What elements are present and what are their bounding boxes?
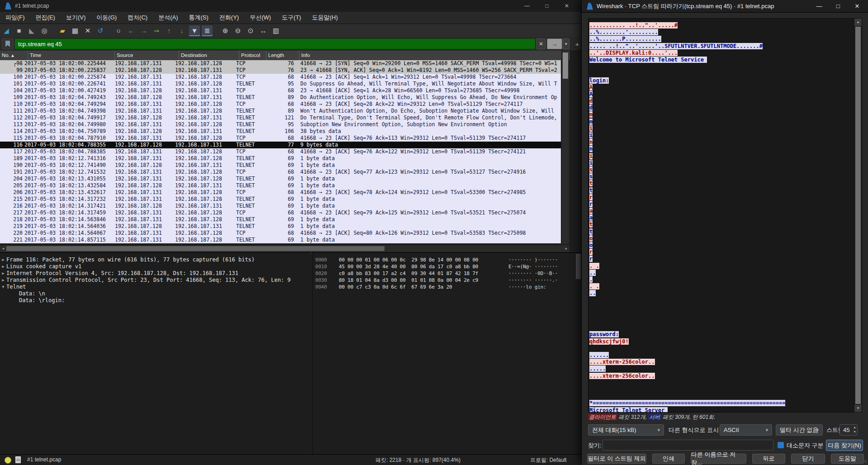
- filter-bookmark-button[interactable]: [2, 38, 14, 49]
- column-header-source[interactable]: Source: [115, 51, 179, 60]
- packet-row-204[interactable]: 2042017-05-03 18:02:13.431055192.168.187…: [0, 176, 561, 182]
- stream-content[interactable]: ........... ..!.."..'.....#..%........'.…: [588, 18, 862, 413]
- packet-row-216[interactable]: 2162017-05-03 18:02:14.317421192.168.187…: [0, 203, 561, 209]
- vscroll-thumb[interactable]: [563, 52, 568, 79]
- maximize-icon[interactable]: □: [537, 0, 557, 12]
- expanded-icon[interactable]: ▼: [0, 284, 6, 290]
- find-input[interactable]: [602, 440, 773, 451]
- packet-row-98[interactable]: ┌982017-05-03 18:02:00.225444192.168.187…: [0, 60, 561, 67]
- packet-list-vertical-scrollbar[interactable]: [561, 51, 569, 244]
- packet-row-104[interactable]: 1042017-05-03 18:02:00.427419192.168.187…: [0, 87, 561, 94]
- column-header-no[interactable]: No. ▴: [0, 51, 28, 60]
- detail-row[interactable]: Data: \rlogin:: [0, 297, 309, 304]
- display-filter-input[interactable]: tcp.stream eq 45: [14, 38, 536, 49]
- packet-row-205[interactable]: 2052017-05-03 18:02:13.432584192.168.187…: [0, 182, 561, 189]
- packet-row-109[interactable]: 1092017-05-03 18:02:04.749243192.168.187…: [0, 94, 561, 101]
- hscroll-thumb[interactable]: [6, 246, 384, 251]
- packet-row-101[interactable]: 1012017-05-03 18:02:00.226741192.168.187…: [0, 81, 561, 87]
- packet-row-117[interactable]: 1172017-05-03 18:02:04.788385192.168.187…: [0, 148, 561, 155]
- capture-comment-icon[interactable]: [15, 456, 21, 463]
- auto-scroll-icon[interactable]: ▼: [189, 25, 200, 36]
- packet-row-113[interactable]: 1132017-05-03 18:02:04.749980192.168.187…: [0, 121, 561, 128]
- zoom-out-icon[interactable]: ⊖: [232, 25, 243, 36]
- colorize-icon[interactable]: ≣: [202, 25, 213, 36]
- collapsed-icon[interactable]: ▶: [0, 270, 6, 277]
- collapsed-icon[interactable]: ▶: [0, 256, 6, 263]
- packet-row-221[interactable]: 2212017-05-03 18:02:14.857115192.168.187…: [0, 237, 561, 243]
- resize-columns-icon[interactable]: ↔: [258, 25, 269, 36]
- packet-row-116[interactable]: 1162017-05-03 18:02:04.788355192.168.187…: [0, 142, 561, 148]
- dialog-minimize-icon[interactable]: —: [810, 0, 829, 12]
- menu-보기[interactable]: 보기(V): [61, 12, 91, 24]
- menu-도움말[interactable]: 도움말(H): [307, 12, 343, 24]
- detail-row[interactable]: ▼Telnet: [0, 284, 309, 290]
- hex-scrollbar[interactable]: [576, 254, 581, 279]
- save-as-button[interactable]: 다른 이름으로 저장...: [691, 454, 746, 464]
- packet-row-217[interactable]: 2172017-05-03 18:02:14.317459192.168.187…: [0, 209, 561, 216]
- find-packet-icon[interactable]: ○: [113, 25, 124, 36]
- reload-file-icon[interactable]: ↺: [95, 25, 106, 36]
- packet-row-100[interactable]: 1002017-05-03 18:02:00.225874192.168.187…: [0, 74, 561, 81]
- packet-row-218[interactable]: 2182017-05-03 18:02:14.563846192.168.187…: [0, 216, 561, 223]
- go-back-icon[interactable]: ←: [126, 25, 137, 36]
- find-next-button[interactable]: 다음 찾기(N): [826, 440, 863, 451]
- filter-apply-button[interactable]: →: [547, 38, 562, 49]
- menu-통계[interactable]: 통계(S): [183, 12, 213, 24]
- filter-clear-button[interactable]: ✕: [536, 38, 545, 49]
- go-first-icon[interactable]: ↑: [164, 25, 175, 36]
- menu-도구[interactable]: 도구(T): [276, 12, 307, 24]
- start-capture-icon[interactable]: ◢: [1, 25, 12, 36]
- packet-row-115[interactable]: 1152017-05-03 18:02:04.787910192.168.187…: [0, 135, 561, 142]
- collapsed-icon[interactable]: ▶: [0, 263, 6, 270]
- close-icon[interactable]: ✕: [557, 0, 577, 12]
- dialog-maximize-icon[interactable]: □: [829, 0, 848, 12]
- detail-row[interactable]: ▶Internet Protocol Version 4, Src: 192.1…: [0, 270, 309, 277]
- dialog-close-icon[interactable]: ✕: [848, 0, 867, 12]
- restart-capture-icon[interactable]: ◣: [26, 25, 37, 36]
- column-header-time[interactable]: Time: [28, 51, 115, 60]
- show-as-select[interactable]: ASCII▼: [720, 424, 772, 436]
- conversation-select[interactable]: 전체 대화(15 kB)▼: [588, 424, 664, 436]
- detail-row[interactable]: ▶Frame 116: Packet, 77 bytes on wire (61…: [0, 256, 309, 263]
- go-forward-icon[interactable]: →: [138, 25, 149, 36]
- spin-up-icon[interactable]: ▲: [853, 425, 856, 430]
- packet-row-112[interactable]: 1122017-05-03 18:02:04.749917192.168.187…: [0, 114, 561, 121]
- back-button[interactable]: 뒤로: [752, 454, 785, 464]
- save-file-icon[interactable]: ▦: [70, 25, 81, 36]
- menu-무선[interactable]: 무선(W): [244, 12, 276, 24]
- packet-row-189[interactable]: 1892017-05-03 18:02:12.741316192.168.187…: [0, 155, 561, 162]
- column-header-destination[interactable]: Destination: [179, 51, 239, 60]
- go-last-icon[interactable]: ↓: [176, 25, 187, 36]
- packet-row-220[interactable]: 2202017-05-03 18:02:14.564067192.168.187…: [0, 230, 561, 237]
- stop-capture-icon[interactable]: ■: [14, 25, 24, 36]
- expert-info-icon[interactable]: [5, 457, 11, 464]
- filter-dropdown-button[interactable]: ▼: [563, 38, 569, 49]
- detail-row[interactable]: ▶Linux cooked capture v1: [0, 263, 309, 270]
- menu-캡처[interactable]: 캡처(C): [122, 12, 153, 24]
- filter-out-stream-button[interactable]: 필터로 이 스트림 제외: [587, 454, 646, 464]
- menu-분석[interactable]: 분석(A): [153, 12, 183, 24]
- scroll-up-icon[interactable]: ▲: [854, 19, 862, 26]
- column-header-protocol[interactable]: Protocol: [239, 51, 266, 60]
- zoom-in-icon[interactable]: ⊕: [220, 25, 231, 36]
- packet-row-215[interactable]: 2152017-05-03 18:02:14.317232192.168.187…: [0, 196, 561, 203]
- scroll-down-icon[interactable]: ▼: [854, 405, 862, 412]
- packet-row-191[interactable]: 1912017-05-03 18:02:12.741532192.168.187…: [0, 169, 561, 176]
- collapsed-icon[interactable]: ▶: [0, 277, 6, 284]
- minimize-icon[interactable]: —: [517, 0, 537, 12]
- packet-row-190[interactable]: 1902017-05-03 18:02:12.741490192.168.187…: [0, 162, 561, 169]
- close-file-icon[interactable]: ✕: [82, 25, 93, 36]
- packet-row-206[interactable]: 2062017-05-03 18:02:13.432617192.168.187…: [0, 189, 561, 196]
- resize-grip[interactable]: ⠿: [864, 460, 868, 464]
- menu-전화[interactable]: 전화(Y): [214, 12, 244, 24]
- spin-down-icon[interactable]: ▼: [853, 430, 856, 434]
- print-button[interactable]: 인쇄: [652, 454, 685, 464]
- stream-scroll-thumb[interactable]: [855, 27, 861, 404]
- help-button[interactable]: 도움말: [831, 454, 864, 464]
- packet-row-99[interactable]: 992017-05-03 18:02:00.225837192.168.187.…: [0, 67, 561, 74]
- delta-time-select[interactable]: 델타 시간 없음▼: [776, 424, 823, 436]
- menu-파일[interactable]: 파일(F): [0, 12, 30, 24]
- detail-row[interactable]: ▶Transmission Control Protocol, Src Port…: [0, 277, 309, 284]
- capture-options-icon[interactable]: ◎: [39, 25, 50, 36]
- detail-row[interactable]: Data: \n: [0, 290, 309, 297]
